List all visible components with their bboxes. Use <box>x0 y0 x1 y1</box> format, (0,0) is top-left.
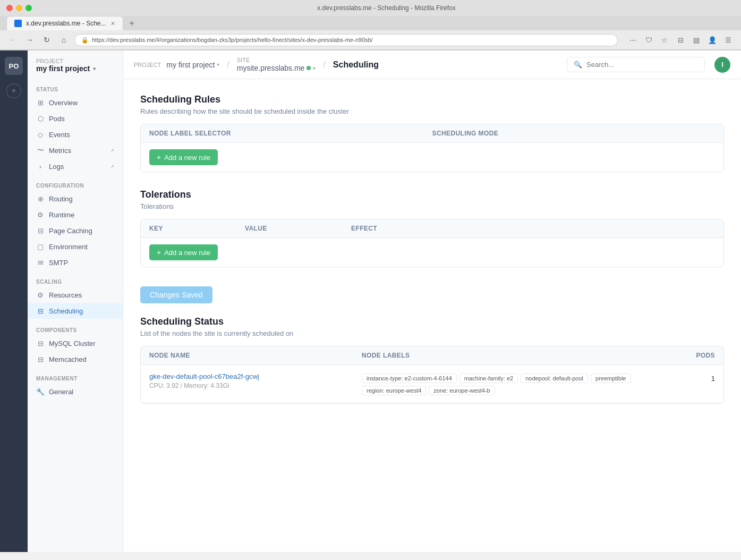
forward-button[interactable]: → <box>23 33 36 46</box>
node-labels-cell: instance-type: e2-custom-4-6144 machine-… <box>362 372 672 395</box>
col-node-name: Node Name <box>149 352 362 359</box>
gear-icon: ⚙ <box>36 291 45 299</box>
browser-title: x.dev.presslabs.me - Scheduling - Mozill… <box>38 4 735 12</box>
tab-favicon <box>14 20 22 27</box>
scheduling-rules-title: Scheduling Rules <box>140 94 724 105</box>
sidebar-item-scheduling[interactable]: ⊟ Scheduling <box>28 303 123 319</box>
sidebar-item-runtime[interactable]: ⚙ Runtime <box>28 207 123 223</box>
user-avatar[interactable]: I <box>714 57 730 73</box>
breadcrumb-project-name[interactable]: my first project ▾ <box>166 61 219 69</box>
sidebar-section-scaling: SCALING ⚙ Resources ⊟ Scheduling <box>28 276 123 319</box>
back-button[interactable]: ← <box>6 33 19 46</box>
sidebar-item-label: General <box>49 388 114 396</box>
menu-icon[interactable]: ☰ <box>722 33 735 46</box>
sidebar-item-mysql[interactable]: ⊟ MySQL Cluster <box>28 335 123 351</box>
site-breadcrumb: SITE mysite.presslabs.me ▾ <box>237 57 316 72</box>
col-node-labels: Node Labels <box>362 352 672 359</box>
library-icon[interactable]: ⊟ <box>674 33 687 46</box>
search-input[interactable] <box>586 61 698 69</box>
sidebar-project-selector[interactable]: my first project ▾ <box>36 64 114 73</box>
node-label-tag: instance-type: e2-custom-4-6144 <box>362 374 457 383</box>
sidebar-item-overview[interactable]: ⊞ Overview <box>28 95 123 111</box>
scheduling-status-table: Node Name Node Labels Pods gke-dev-defau… <box>140 346 724 404</box>
reader-icon[interactable]: ▤ <box>690 33 703 46</box>
table-row: gke-dev-default-pool-c67bea2f-gcwj CPU: … <box>141 365 723 403</box>
section-label-management: MANAGEMENT <box>28 372 123 384</box>
maximize-button[interactable] <box>25 5 32 11</box>
sidebar-item-logs[interactable]: › Logs ↗ <box>28 158 123 174</box>
page-title: Scheduling <box>333 60 379 70</box>
col-value: Value <box>245 225 351 232</box>
tolerations-desc: Tolerations <box>140 202 724 210</box>
sidebar-item-smtp[interactable]: ✉ SMTP <box>28 254 123 270</box>
section-label-config: CONFIGURATION <box>28 180 123 191</box>
sidebar-item-label: Runtime <box>49 211 114 219</box>
add-toleration-rule-button[interactable]: + Add a new rule <box>149 244 218 260</box>
sidebar-item-label: Environment <box>49 243 114 251</box>
scheduling-rules-table: Node Label Selector Scheduling Mode + Ad… <box>140 124 724 172</box>
sidebar: PROJECT my first project ▾ STATUS ⊞ Over… <box>28 50 123 552</box>
gear-icon: ⚙ <box>36 210 45 219</box>
sidebar-item-memcached[interactable]: ⊟ Memcached <box>28 351 123 367</box>
close-button[interactable] <box>6 5 13 11</box>
plus-icon: + <box>157 153 161 162</box>
address-bar[interactable]: 🔒 https://dev.presslabs.me/#/organizatio… <box>74 34 618 46</box>
sidebar-item-routing[interactable]: ⊕ Routing <box>28 191 123 207</box>
site-status-dot <box>306 66 311 70</box>
sidebar-item-metrics[interactable]: 〜 Metrics ↗ <box>28 142 123 158</box>
node-label-tag: machine-family: e2 <box>459 374 518 383</box>
chevron-down-icon: ▾ <box>93 66 96 72</box>
node-name-cell: gke-dev-default-pool-c67bea2f-gcwj CPU: … <box>149 372 362 389</box>
scheduling-rules-section: Scheduling Rules Rules describing how th… <box>140 94 724 172</box>
tab-close-button[interactable]: ✕ <box>110 20 115 27</box>
sidebar-item-resources[interactable]: ⚙ Resources <box>28 287 123 303</box>
add-project-button[interactable]: + <box>6 83 21 98</box>
breadcrumb-project-label: PROJECT <box>36 58 114 64</box>
database-icon: ⊟ <box>36 339 45 347</box>
reload-button[interactable]: ↻ <box>40 33 53 46</box>
cache-icon: ⊟ <box>36 355 45 363</box>
section-label-status: STATUS <box>28 83 123 95</box>
sidebar-item-page-caching[interactable]: ⊟ Page Caching <box>28 223 123 239</box>
minimize-button[interactable] <box>16 5 22 11</box>
search-box[interactable]: 🔍 <box>567 57 705 72</box>
project-avatar[interactable]: PO <box>5 57 23 75</box>
node-resources: CPU: 3.92 / Memory: 4.33Gi <box>149 382 362 389</box>
wrench-icon: 🔧 <box>36 387 45 396</box>
lock-icon: 🔒 <box>81 37 89 44</box>
browser-tab[interactable]: x.dev.presslabs.me - Sche... ✕ <box>6 16 123 30</box>
bookmarks-icon[interactable]: ⋯ <box>626 33 639 46</box>
col-effect: Effect <box>351 225 715 232</box>
sidebar-section-status: STATUS ⊞ Overview ⬡ Pods ◇ Events 〜 Metr… <box>28 83 123 174</box>
scheduling-rules-desc: Rules describing how the site should be … <box>140 107 724 115</box>
node-label-tag: preemptible <box>591 374 631 383</box>
section-label-scaling: SCALING <box>28 276 123 287</box>
tolerations-header: Key Value Effect <box>141 219 723 238</box>
new-tab-button[interactable]: + <box>125 18 139 29</box>
browser-nav: ← → ↻ ⌂ 🔒 https://dev.presslabs.me/#/org… <box>0 30 741 50</box>
sidebar-item-general[interactable]: 🔧 General <box>28 384 123 400</box>
scheduling-status-section: Scheduling Status List of the nodes the … <box>140 316 724 404</box>
sidebar-item-label: Overview <box>49 99 114 107</box>
tag-icon: ◇ <box>36 130 45 139</box>
sidebar-item-label: Events <box>49 131 114 139</box>
sidebar-item-events[interactable]: ◇ Events <box>28 126 123 142</box>
address-text: https://dev.presslabs.me/#/organizations… <box>92 37 373 43</box>
home-button[interactable]: ⌂ <box>57 33 70 46</box>
site-selector[interactable]: mysite.presslabs.me ▾ <box>237 64 316 72</box>
box-icon: ▢ <box>36 242 45 251</box>
sidebar-item-pods[interactable]: ⬡ Pods <box>28 111 123 126</box>
sidebar-item-environment[interactable]: ▢ Environment <box>28 239 123 254</box>
changes-saved-button[interactable]: Changes Saved <box>140 286 212 303</box>
star-icon[interactable]: ☆ <box>658 33 671 46</box>
chart-icon: 〜 <box>36 146 45 155</box>
left-rail: PO + <box>0 50 28 552</box>
add-scheduling-rule-button[interactable]: + Add a new rule <box>149 149 218 165</box>
shield-icon[interactable]: 🛡 <box>642 33 655 46</box>
main-content: Scheduling Rules Rules describing how th… <box>123 79 741 552</box>
node-label-tag: zone: europe-west4-b <box>429 386 495 395</box>
traffic-lights <box>6 5 32 11</box>
tolerations-table: Key Value Effect + Add a new rule <box>140 219 724 267</box>
sidebar-item-label: Resources <box>49 291 114 299</box>
user-icon[interactable]: 👤 <box>706 33 719 46</box>
